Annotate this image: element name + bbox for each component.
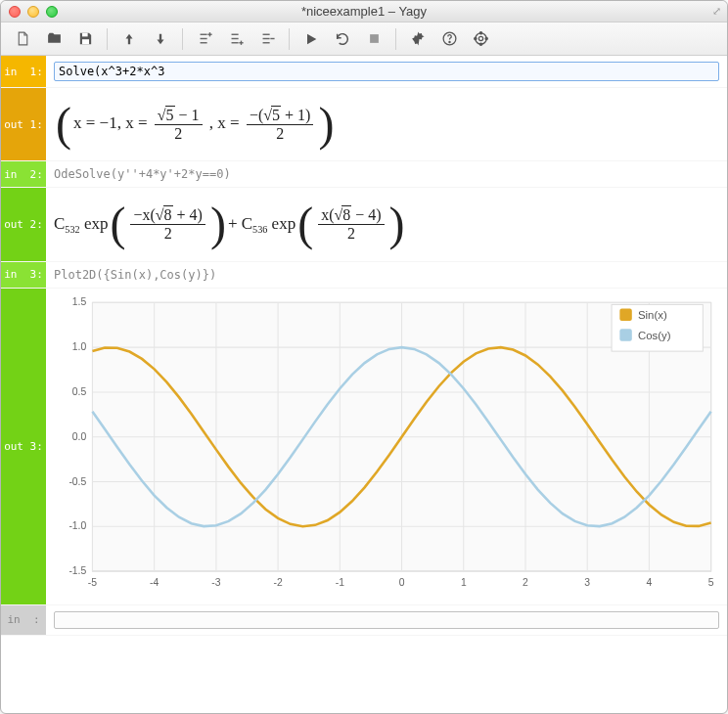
svg-text:-4: -4 (150, 576, 159, 587)
titlebar: *niceexample1 – Yagy ⤢ (1, 1, 727, 22)
move-down-button[interactable] (147, 26, 174, 52)
maximize-icon[interactable]: ⤢ (712, 5, 721, 18)
in-3-cell[interactable]: Plot2D({Sin(x),Cos(y)}) (46, 262, 727, 288)
svg-text:3: 3 (584, 576, 590, 587)
in-2-row: in 2: OdeSolve(y''+4*y'+2*y==0) (1, 161, 727, 188)
svg-rect-0 (81, 33, 87, 37)
svg-point-19 (448, 41, 449, 42)
in-3-code[interactable]: Plot2D({Sin(x),Cos(y)}) (54, 268, 719, 282)
svg-text:5: 5 (708, 576, 714, 587)
delete-cell-button[interactable] (253, 26, 281, 52)
out-3-row: out 3: -5-4-3-2-1012345-1.5-1.0-0.50.00.… (1, 289, 727, 605)
in-3-row: in 3: Plot2D({Sin(x),Cos(y)}) (1, 262, 727, 289)
svg-text:-2: -2 (274, 576, 283, 587)
svg-text:Sin(x): Sin(x) (638, 309, 667, 321)
out-2-label: out 2: (1, 188, 46, 260)
out-1-cell: ( x = −1, x = 5 − 12 , x = −(5 + 1)2 ) (46, 88, 727, 160)
svg-point-23 (479, 43, 481, 45)
insert-below-button[interactable] (222, 26, 250, 52)
svg-text:-0.5: -0.5 (68, 475, 86, 486)
run-button[interactable] (297, 26, 325, 52)
out-1-label: out 1: (1, 88, 46, 160)
save-button[interactable] (71, 26, 99, 52)
svg-point-21 (478, 36, 482, 40)
separator (107, 28, 108, 50)
svg-text:-1.0: -1.0 (68, 520, 86, 531)
notebook: in 1: Solve(x^3+2*x^3 out 1: ( x = −1, x… (1, 56, 727, 713)
out-1-row: out 1: ( x = −1, x = 5 − 12 , x = −(5 + … (1, 88, 727, 161)
kernel-button[interactable] (467, 26, 494, 52)
svg-rect-64 (619, 308, 631, 320)
in-2-code[interactable]: OdeSolve(y''+4*y'+2*y==0) (54, 167, 719, 181)
settings-button[interactable] (404, 26, 432, 52)
svg-text:1.0: 1.0 (72, 341, 87, 352)
in-1-label: in 1: (1, 56, 46, 87)
separator (182, 28, 183, 50)
stop-button[interactable] (360, 26, 387, 52)
svg-rect-1 (81, 39, 88, 44)
out-1-math: ( x = −1, x = 5 − 12 , x = −(5 + 1)2 ) (54, 94, 719, 155)
svg-rect-16 (370, 34, 379, 43)
svg-rect-66 (619, 329, 631, 340)
svg-text:-1.5: -1.5 (68, 565, 86, 576)
in-next-cell[interactable] (46, 605, 727, 635)
svg-text:2: 2 (523, 576, 528, 587)
out-2-cell: C532 exp( −x(8 + 4)2 ) + C536 exp( x(8 −… (46, 188, 727, 260)
out-2-row: out 2: C532 exp( −x(8 + 4)2 ) + C536 exp… (1, 188, 727, 261)
separator (289, 28, 290, 50)
svg-text:4: 4 (647, 576, 653, 587)
window-title: *niceexample1 – Yagy (1, 4, 727, 19)
in-next-row: in : (1, 605, 727, 636)
reload-button[interactable] (329, 26, 356, 52)
separator (395, 28, 396, 50)
in-1-cell[interactable]: Solve(x^3+2*x^3 (46, 56, 727, 87)
svg-text:0.0: 0.0 (72, 431, 87, 442)
svg-text:0: 0 (399, 576, 405, 587)
svg-text:-5: -5 (88, 576, 97, 587)
out-2-math: C532 exp( −x(8 + 4)2 ) + C536 exp( x(8 −… (54, 194, 719, 254)
app-window: *niceexample1 – Yagy ⤢ in 1: Solve(x^3+2… (0, 0, 728, 714)
svg-text:0.5: 0.5 (72, 386, 87, 397)
out-3-cell: -5-4-3-2-1012345-1.5-1.0-0.50.00.51.01.5… (46, 289, 727, 604)
open-file-button[interactable] (40, 26, 68, 52)
svg-text:-1: -1 (336, 576, 344, 587)
in-next-input[interactable] (54, 611, 719, 629)
in-1-input[interactable]: Solve(x^3+2*x^3 (54, 62, 719, 81)
in-2-cell[interactable]: OdeSolve(y''+4*y'+2*y==0) (46, 161, 727, 187)
in-1-row: in 1: Solve(x^3+2*x^3 (1, 56, 727, 88)
help-button[interactable] (435, 26, 463, 52)
svg-point-25 (485, 37, 487, 39)
svg-point-24 (474, 37, 476, 39)
new-file-button[interactable] (9, 26, 36, 52)
insert-above-button[interactable] (191, 26, 218, 52)
toolbar (1, 22, 727, 56)
out-3-label: out 3: (1, 289, 46, 604)
svg-text:-3: -3 (211, 576, 220, 587)
move-up-button[interactable] (115, 26, 143, 52)
in-2-label: in 2: (1, 161, 46, 187)
svg-point-22 (479, 32, 481, 34)
svg-text:1: 1 (461, 576, 467, 587)
in-3-label: in 3: (1, 262, 46, 288)
svg-text:Cos(y): Cos(y) (638, 329, 671, 340)
in-next-label: in : (1, 605, 46, 635)
svg-text:1.5: 1.5 (72, 296, 87, 307)
plot2d: -5-4-3-2-1012345-1.5-1.0-0.50.00.51.01.5… (52, 292, 721, 597)
